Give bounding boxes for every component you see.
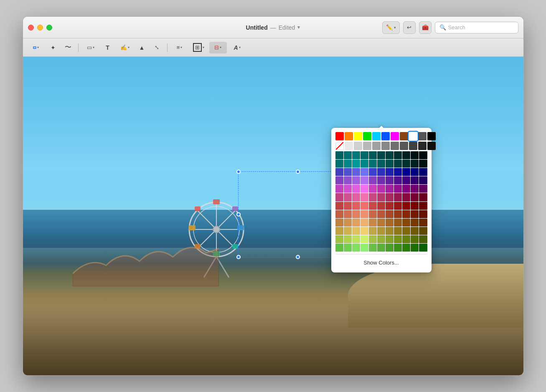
grid-swatch-10-3[interactable] (361, 235, 368, 243)
grid-swatch-8-0[interactable] (335, 219, 343, 227)
grid-swatch-9-2[interactable] (352, 227, 360, 235)
grid-swatch-10-1[interactable] (344, 235, 352, 243)
grid-swatch-1-8[interactable] (402, 160, 410, 168)
grid-swatch-2-3[interactable] (361, 168, 368, 176)
crop-tool[interactable]: ⤡ (150, 42, 164, 53)
grid-swatch-4-10[interactable] (419, 185, 427, 193)
color-green[interactable] (363, 132, 371, 140)
grid-swatch-5-9[interactable] (411, 193, 419, 201)
color-yellow[interactable] (354, 132, 362, 140)
grid-swatch-6-10[interactable] (419, 202, 427, 210)
grid-swatch-7-5[interactable] (377, 210, 385, 218)
grid-swatch-10-6[interactable] (386, 235, 394, 243)
title-chevron[interactable]: ▾ (297, 25, 300, 30)
grid-swatch-10-7[interactable] (394, 235, 402, 243)
draw-tool[interactable]: 〜 (61, 42, 75, 53)
grid-swatch-3-8[interactable] (402, 176, 410, 184)
grid-swatch-0-7[interactable] (394, 151, 402, 159)
color-gray7[interactable] (400, 142, 408, 150)
grid-swatch-11-6[interactable] (386, 244, 394, 252)
grid-swatch-9-8[interactable] (402, 227, 410, 235)
grid-swatch-7-7[interactable] (394, 210, 402, 218)
grid-swatch-2-8[interactable] (402, 168, 410, 176)
grid-swatch-11-7[interactable] (394, 244, 402, 252)
grid-swatch-2-6[interactable] (386, 168, 394, 176)
close-button[interactable] (28, 25, 34, 31)
grid-swatch-8-2[interactable] (352, 219, 360, 227)
grid-swatch-5-7[interactable] (394, 193, 402, 201)
grid-swatch-3-0[interactable] (335, 176, 343, 184)
grid-swatch-5-0[interactable] (335, 193, 343, 201)
font-tool[interactable]: A ▾ (229, 42, 246, 53)
grid-swatch-2-9[interactable] (411, 168, 419, 176)
undo-button[interactable]: ↩ (403, 21, 416, 34)
grid-swatch-3-5[interactable] (377, 176, 385, 184)
magic-wand-tool[interactable]: ✦ (46, 42, 60, 53)
grid-swatch-4-6[interactable] (386, 185, 394, 193)
color-white[interactable] (409, 132, 417, 140)
grid-swatch-2-4[interactable] (369, 168, 377, 176)
annotate-tool[interactable]: ▲ (135, 42, 149, 53)
handle-bottom-center[interactable] (296, 255, 300, 259)
grid-swatch-3-2[interactable] (352, 176, 360, 184)
grid-swatch-5-3[interactable] (361, 193, 368, 201)
border-tool[interactable]: ⊞ ▾ (190, 42, 208, 53)
grid-swatch-4-5[interactable] (377, 185, 385, 193)
handle-top-left[interactable] (236, 170, 241, 174)
grid-swatch-0-6[interactable] (386, 151, 394, 159)
grid-swatch-1-2[interactable] (352, 160, 360, 168)
grid-swatch-5-6[interactable] (386, 193, 394, 201)
text-tool[interactable]: T (101, 42, 114, 53)
grid-swatch-9-1[interactable] (344, 227, 352, 235)
grid-swatch-6-5[interactable] (377, 202, 385, 210)
canvas-area[interactable]: Show Colors... (23, 57, 523, 375)
grid-swatch-2-0[interactable] (335, 168, 343, 176)
grid-swatch-8-10[interactable] (419, 219, 427, 227)
grid-swatch-1-1[interactable] (344, 160, 352, 168)
grid-swatch-3-6[interactable] (386, 176, 394, 184)
grid-swatch-9-4[interactable] (369, 227, 377, 235)
shape-tool[interactable]: ▭ ▾ (82, 42, 99, 53)
grid-swatch-4-2[interactable] (352, 185, 360, 193)
minimize-button[interactable] (37, 25, 43, 31)
grid-swatch-3-3[interactable] (361, 176, 368, 184)
grid-swatch-7-9[interactable] (411, 210, 419, 218)
grid-swatch-10-9[interactable] (411, 235, 419, 243)
grid-swatch-0-2[interactable] (352, 151, 360, 159)
grid-swatch-4-4[interactable] (369, 185, 377, 193)
grid-swatch-0-10[interactable] (419, 151, 427, 159)
color-black[interactable] (427, 132, 436, 140)
grid-swatch-11-8[interactable] (402, 244, 410, 252)
color-darkgray[interactable] (418, 132, 427, 140)
grid-swatch-8-6[interactable] (386, 219, 394, 227)
grid-swatch-10-0[interactable] (335, 235, 343, 243)
grid-swatch-9-0[interactable] (335, 227, 343, 235)
grid-swatch-11-1[interactable] (344, 244, 352, 252)
grid-swatch-6-6[interactable] (386, 202, 394, 210)
grid-swatch-9-3[interactable] (361, 227, 368, 235)
grid-swatch-11-9[interactable] (411, 244, 419, 252)
grid-swatch-0-4[interactable] (369, 151, 377, 159)
grid-swatch-2-5[interactable] (377, 168, 385, 176)
grid-swatch-0-0[interactable] (335, 151, 343, 159)
color-gray9[interactable] (418, 142, 427, 150)
grid-swatch-4-9[interactable] (411, 185, 419, 193)
grid-swatch-9-5[interactable] (377, 227, 385, 235)
grid-swatch-11-5[interactable] (377, 244, 385, 252)
grid-swatch-10-5[interactable] (377, 235, 385, 243)
grid-swatch-4-1[interactable] (344, 185, 352, 193)
grid-swatch-7-3[interactable] (361, 210, 368, 218)
grid-swatch-1-3[interactable] (361, 160, 368, 168)
grid-swatch-7-6[interactable] (386, 210, 394, 218)
grid-swatch-6-0[interactable] (335, 202, 343, 210)
grid-swatch-9-10[interactable] (419, 227, 427, 235)
grid-swatch-5-4[interactable] (369, 193, 377, 201)
grid-swatch-2-7[interactable] (394, 168, 402, 176)
color-gray10[interactable] (427, 142, 436, 150)
grid-swatch-5-5[interactable] (377, 193, 385, 201)
grid-swatch-2-1[interactable] (344, 168, 352, 176)
handle-bottom-left[interactable] (236, 255, 241, 259)
maximize-button[interactable] (46, 25, 52, 31)
color-cyan[interactable] (372, 132, 381, 140)
grid-swatch-8-5[interactable] (377, 219, 385, 227)
